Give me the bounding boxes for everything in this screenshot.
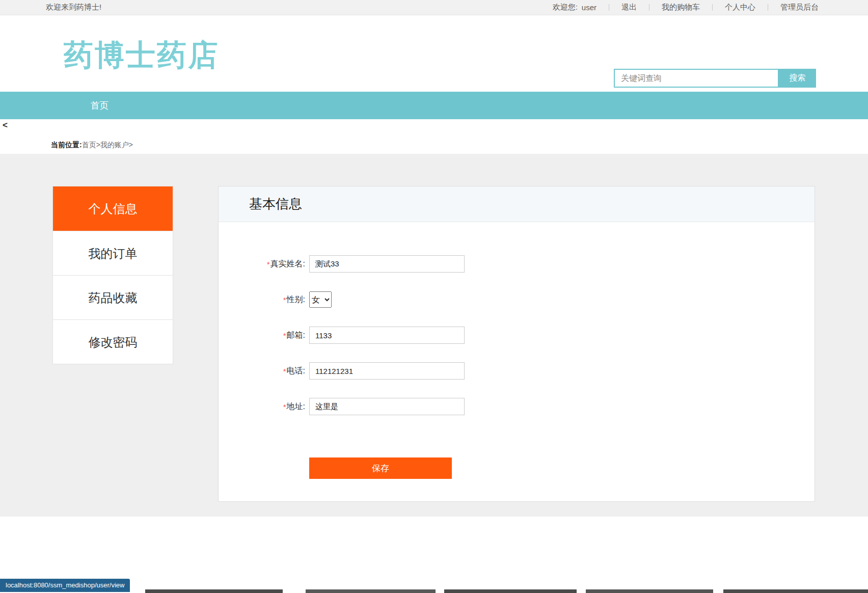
profile-center-link[interactable]: 个人中心 <box>725 3 755 12</box>
address-label: * 地址: <box>219 401 305 412</box>
search-bar: 搜索 <box>614 69 816 88</box>
email-label: * 邮箱: <box>219 330 305 341</box>
topbar-user-links: 欢迎您: user 退出 我的购物车 个人中心 管理员后台 <box>553 3 819 12</box>
breadcrumb-my-account[interactable]: 我的账户 <box>100 141 129 149</box>
required-mark: * <box>267 260 270 268</box>
welcome-user-label: 欢迎您: <box>553 3 578 12</box>
welcome-message: 欢迎来到药博士! <box>46 3 101 12</box>
real-name-label: * 真实姓名: <box>219 259 305 269</box>
main-navbar: 首页 <box>0 92 868 119</box>
taskbar-sliver <box>145 589 283 593</box>
sidebar-item-change-password[interactable]: 修改密码 <box>53 319 173 364</box>
cart-link[interactable]: 我的购物车 <box>662 3 700 12</box>
taskbar-sliver <box>586 589 713 593</box>
sidebar-item-my-orders[interactable]: 我的订单 <box>53 231 173 275</box>
search-button[interactable]: 搜索 <box>779 69 816 88</box>
divider <box>768 4 768 11</box>
breadcrumb: 当前位置:首页>我的账户> <box>51 141 133 150</box>
real-name-input[interactable] <box>309 255 465 273</box>
status-url-tooltip: localhost:8080/ssm_medishop/user/view <box>0 579 130 592</box>
sidebar-item-personal-info[interactable]: 个人信息 <box>53 186 173 231</box>
taskbar-sliver <box>723 589 868 593</box>
breadcrumb-home[interactable]: 首页 <box>82 141 96 149</box>
taskbar-sliver <box>444 589 577 593</box>
divider <box>712 4 713 11</box>
save-button[interactable]: 保存 <box>309 457 452 479</box>
taskbar-sliver <box>306 589 436 593</box>
email-input[interactable] <box>309 327 465 344</box>
back-character: < <box>3 120 8 130</box>
phone-input[interactable] <box>309 362 465 380</box>
search-input[interactable] <box>614 69 779 88</box>
address-input[interactable] <box>309 398 465 415</box>
profile-form: * 真实姓名: * 性别: 女 * 邮箱: <box>219 222 815 479</box>
divider <box>609 4 609 11</box>
basic-info-panel: 基本信息 * 真实姓名: * 性别: 女 * 邮箱: <box>218 186 815 502</box>
gender-select[interactable]: 女 <box>309 291 332 308</box>
save-row: 保存 <box>219 457 815 479</box>
site-header: 药博士药店 搜索 <box>0 15 868 92</box>
real-name-row: * 真实姓名: <box>219 255 815 273</box>
divider <box>649 4 649 11</box>
topbar: 欢迎来到药博士! 欢迎您: user 退出 我的购物车 个人中心 管理员后台 <box>0 0 868 15</box>
phone-row: * 电话: <box>219 362 815 380</box>
breadcrumb-prefix: 当前位置: <box>51 141 82 149</box>
site-logo[interactable]: 药博士药店 <box>64 36 219 75</box>
required-mark: * <box>283 331 286 340</box>
breadcrumb-separator: > <box>96 141 100 149</box>
email-row: * 邮箱: <box>219 326 815 344</box>
username: user <box>582 3 596 12</box>
logout-link[interactable]: 退出 <box>621 3 637 12</box>
address-row: * 地址: <box>219 397 815 416</box>
gender-label: * 性别: <box>219 294 305 305</box>
breadcrumb-separator: > <box>129 141 133 149</box>
admin-backend-link[interactable]: 管理员后台 <box>780 3 819 12</box>
phone-label: * 电话: <box>219 366 305 376</box>
panel-title: 基本信息 <box>219 186 815 222</box>
required-mark: * <box>283 367 286 375</box>
required-mark: * <box>283 402 286 411</box>
sidebar-item-medicine-favorites[interactable]: 药品收藏 <box>53 275 173 319</box>
required-mark: * <box>283 295 286 304</box>
account-sidebar: 个人信息 我的订单 药品收藏 修改密码 <box>52 186 173 364</box>
gender-row: * 性别: 女 <box>219 290 815 309</box>
nav-home[interactable]: 首页 <box>80 99 119 112</box>
